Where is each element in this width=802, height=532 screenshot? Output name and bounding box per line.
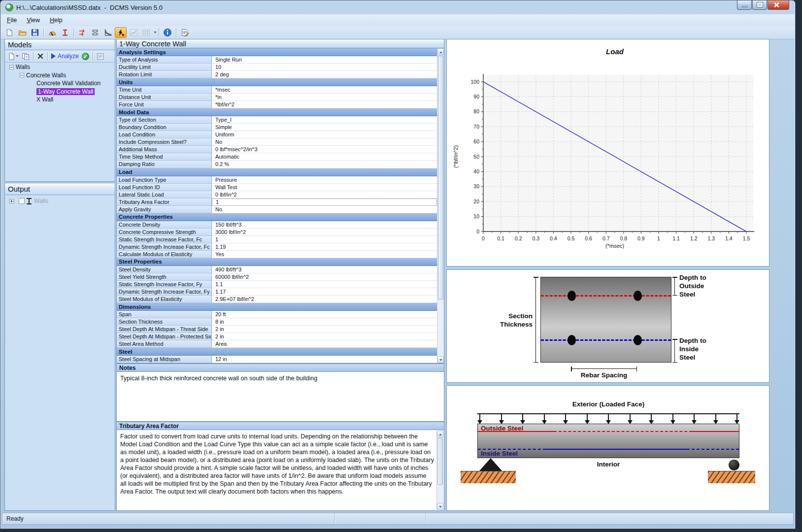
property-value[interactable]: *in <box>212 94 437 101</box>
property-value[interactable]: Type_I <box>212 116 437 124</box>
property-value[interactable]: 150 lbf/ft^3 <box>212 221 437 229</box>
property-value[interactable]: 1.19 <box>212 243 437 251</box>
title-bar[interactable]: H:\...\Calculations\MSSD.datx - DCMS Ver… <box>0 0 795 14</box>
menu-help[interactable]: Help <box>46 15 67 26</box>
property-value[interactable]: 0 lbf*msec^2/in^3 <box>212 146 437 153</box>
property-value[interactable]: 2 deg <box>212 71 437 78</box>
property-value[interactable]: 20 ft <box>212 311 437 318</box>
property-value[interactable]: 1 <box>212 236 437 243</box>
property-value[interactable]: 1 <box>212 199 437 206</box>
tree-item-concrete-walls[interactable]: Concrete Walls <box>5 72 114 79</box>
tree-item-1-way-concrete-wall[interactable]: 1-Way Concrete Wall <box>5 88 114 96</box>
property-row: Time Step MethodAutomatic <box>117 153 437 161</box>
property-value[interactable]: Area <box>212 340 437 348</box>
help-scrollbar[interactable] <box>436 431 443 510</box>
property-value[interactable]: 2 in <box>212 333 437 340</box>
property-value[interactable]: Simple <box>212 124 437 131</box>
property-value[interactable]: 60000 lbf/in^2 <box>212 273 437 281</box>
analysis-icon <box>117 29 125 36</box>
save-button[interactable] <box>29 27 41 38</box>
tree-item-concrete-wall-validation[interactable]: Concrete Wall Validation <box>5 80 114 87</box>
maximize-button[interactable] <box>752 0 767 10</box>
property-label: Distance Unit <box>117 94 212 101</box>
menu-view[interactable]: View <box>23 15 44 26</box>
property-value[interactable]: 8 in <box>212 318 437 326</box>
copy-model-button[interactable] <box>21 51 31 61</box>
property-value[interactable]: *lbf/in^2 <box>212 101 437 108</box>
dropdown-arrow-icon[interactable] <box>16 55 19 57</box>
analyze-status-icon[interactable]: ✓ <box>81 51 90 61</box>
materials-button[interactable] <box>46 27 58 38</box>
property-row: Tributary Area Factor1 <box>117 199 437 206</box>
load-arrow-icon <box>670 414 675 424</box>
property-value[interactable]: 1.17 <box>212 288 437 296</box>
svg-text:60: 60 <box>473 138 479 144</box>
tree-expander-minus[interactable] <box>20 73 24 77</box>
property-value[interactable]: *msec <box>212 86 437 94</box>
scroll-down-button[interactable] <box>437 356 444 363</box>
analyze-button[interactable]: Analyze <box>50 51 80 61</box>
property-value[interactable]: Single Run <box>212 56 437 64</box>
results-table-button[interactable] <box>140 27 152 38</box>
beam-section-icon <box>91 29 99 36</box>
output-checkbox[interactable] <box>19 198 25 204</box>
property-label: Load Function Type <box>117 176 212 184</box>
new-file-icon <box>5 29 13 36</box>
property-label: Apply Gravity <box>117 206 212 213</box>
sections-button[interactable] <box>59 27 71 38</box>
scroll-up-button[interactable] <box>437 48 444 55</box>
tree-item-x-wall[interactable]: X Wall <box>5 96 114 103</box>
results-chart-button[interactable] <box>128 27 139 38</box>
property-value[interactable]: 3000 lbf/in^2 <box>212 229 437 236</box>
open-file-button[interactable] <box>16 27 28 38</box>
sdof-curves-button[interactable] <box>102 27 114 38</box>
add-model-button[interactable] <box>7 51 20 61</box>
property-value[interactable]: Pressure <box>212 176 437 184</box>
property-value[interactable]: 10 <box>212 64 437 71</box>
new-file-button[interactable] <box>3 27 15 38</box>
info-icon <box>163 28 172 37</box>
minimize-button[interactable] <box>737 0 752 10</box>
toolbar-separator <box>47 52 48 61</box>
property-value[interactable]: 2.9E+07 lbf/in^2 <box>212 296 437 303</box>
property-value[interactable]: 0.2 % <box>212 161 437 168</box>
property-value[interactable]: Wall Test <box>212 184 437 191</box>
property-value[interactable]: Automatic <box>212 153 437 161</box>
model-report-button[interactable] <box>96 51 105 61</box>
property-value[interactable]: No <box>212 206 437 213</box>
svg-text:90: 90 <box>473 94 479 100</box>
tree-expander-minus[interactable] <box>9 65 14 69</box>
property-value[interactable]: 12 in <box>212 356 437 363</box>
property-value[interactable]: 1.1 <box>212 281 437 288</box>
help-scroll-up[interactable] <box>437 431 443 437</box>
tree-expander-plus[interactable] <box>9 199 14 203</box>
property-label: Time Unit <box>117 86 212 94</box>
help-scrollbar-thumb[interactable] <box>437 438 443 485</box>
load-functions-button[interactable] <box>76 27 88 38</box>
analysis-button[interactable] <box>115 27 127 38</box>
dropdown-arrow-icon[interactable] <box>154 32 157 33</box>
tree-item-walls[interactable]: Walls <box>5 64 114 71</box>
property-value[interactable]: 0 lbf/in^2 <box>212 191 437 199</box>
notes-header-label: Notes <box>119 365 135 371</box>
help-scroll-down[interactable] <box>437 503 443 510</box>
property-label: Section Thickness <box>117 318 212 326</box>
grid-scrollbar-thumb[interactable] <box>438 56 443 299</box>
section-header-units: Units <box>117 78 437 86</box>
grid-scrollbar[interactable] <box>437 48 444 363</box>
info-button[interactable] <box>162 27 173 38</box>
output-tree-item-walls[interactable]: Walls <box>5 198 114 205</box>
delete-model-button[interactable] <box>36 51 45 61</box>
property-label: Load Function ID <box>117 184 212 191</box>
property-value[interactable]: No <box>212 138 437 146</box>
property-label: Static Strength Increase Factor, Fc <box>117 236 212 243</box>
report-button[interactable] <box>179 27 191 38</box>
cross-section-button[interactable] <box>89 27 101 38</box>
property-value[interactable]: 490 lbf/ft^3 <box>212 266 437 273</box>
property-value[interactable]: 2 in <box>212 326 437 333</box>
menu-file[interactable]: File <box>3 15 21 26</box>
notes-input[interactable]: Typical 8-inch thick reinforced concrete… <box>116 372 444 422</box>
close-button[interactable] <box>768 0 789 10</box>
property-value[interactable]: Uniform <box>212 131 437 138</box>
property-value[interactable]: Yes <box>212 251 437 258</box>
